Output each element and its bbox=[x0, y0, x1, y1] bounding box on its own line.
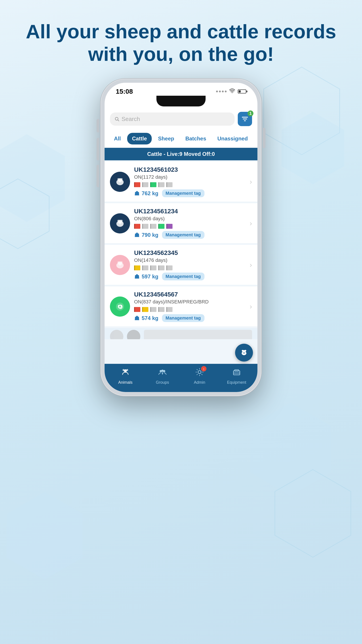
weight-info: 790 kg bbox=[134, 232, 158, 238]
notch bbox=[156, 96, 206, 106]
svg-rect-40 bbox=[235, 370, 239, 371]
svg-marker-3 bbox=[0, 179, 49, 249]
nav-animals[interactable]: Animals bbox=[112, 368, 139, 385]
svg-marker-0 bbox=[264, 67, 340, 155]
management-tag: Management tag bbox=[162, 272, 204, 280]
animal-bottom: 790 kg Management tag bbox=[134, 231, 243, 239]
flag-gray-2 bbox=[150, 224, 156, 229]
animal-flags bbox=[134, 307, 243, 312]
nav-equipment[interactable]: Equipment bbox=[223, 368, 250, 385]
flag-gray-3 bbox=[166, 182, 173, 187]
management-tag: Management tag bbox=[162, 190, 204, 197]
svg-point-20 bbox=[117, 262, 119, 264]
animal-id: UK1234561023 bbox=[134, 166, 243, 173]
animal-status: ON(1476 days) bbox=[134, 258, 243, 263]
app-content: Search 1 All Cattle Sheep bbox=[105, 108, 257, 392]
svg-point-31 bbox=[244, 353, 245, 354]
bottom-nav: Animals Groups bbox=[105, 364, 257, 392]
animal-flags bbox=[134, 266, 243, 270]
flag-red bbox=[134, 307, 140, 312]
chevron-right-icon: › bbox=[247, 261, 252, 269]
flag-gray bbox=[142, 266, 148, 270]
animal-card[interactable]: UK1234561023 ON(1172 days) bbox=[105, 162, 257, 202]
nav-groups-label: Groups bbox=[156, 380, 169, 385]
tabs-row: All Cattle Sheep Batches Unassigned bbox=[105, 130, 257, 148]
svg-point-33 bbox=[122, 369, 124, 371]
weight-info: 574 kg bbox=[134, 315, 158, 321]
tab-unassigned[interactable]: Unassigned bbox=[213, 133, 253, 144]
svg-line-9 bbox=[118, 120, 119, 121]
nav-admin[interactable]: ↕ Admin bbox=[186, 368, 213, 385]
filter-button[interactable]: 1 bbox=[238, 112, 252, 126]
nav-admin-label: Admin bbox=[194, 380, 205, 385]
animal-avatar bbox=[110, 213, 130, 234]
svg-point-12 bbox=[117, 178, 119, 180]
status-bar: 15:08 bbox=[105, 83, 257, 98]
flag-yellow bbox=[142, 307, 148, 312]
animal-bottom: 574 kg Management tag bbox=[134, 314, 243, 322]
svg-point-30 bbox=[243, 353, 244, 354]
animal-avatar bbox=[110, 255, 130, 275]
chevron-right-icon: › bbox=[247, 302, 252, 310]
flag-gray-2 bbox=[158, 307, 164, 312]
admin-badge: ↕ bbox=[201, 366, 206, 372]
animal-info: UK1234561234 ON(806 days) bbox=[134, 208, 243, 239]
partial-animal-row bbox=[105, 328, 257, 339]
subtitle-bar: Cattle - Live:9 Moved Off:0 bbox=[105, 148, 257, 160]
status-icons bbox=[216, 88, 246, 94]
weight-info: 762 kg bbox=[134, 190, 158, 196]
svg-point-28 bbox=[242, 350, 244, 352]
svg-point-17 bbox=[121, 220, 123, 222]
animal-flags bbox=[134, 224, 243, 229]
animal-id: UK1234561234 bbox=[134, 208, 243, 215]
search-icon bbox=[114, 116, 119, 122]
search-placeholder: Search bbox=[122, 116, 140, 122]
flag-gray-2 bbox=[158, 182, 164, 187]
tab-sheep[interactable]: Sheep bbox=[153, 133, 179, 144]
animal-card[interactable]: UK1234562345 ON(1476 days) bbox=[105, 245, 257, 285]
svg-point-13 bbox=[121, 178, 123, 180]
wifi-icon bbox=[229, 88, 235, 94]
tab-all[interactable]: All bbox=[109, 133, 126, 144]
tab-batches[interactable]: Batches bbox=[180, 133, 211, 144]
animal-flags bbox=[134, 182, 243, 187]
tab-cattle[interactable]: Cattle bbox=[127, 133, 152, 144]
flag-gray bbox=[150, 307, 156, 312]
svg-marker-6 bbox=[7, 492, 83, 580]
chevron-right-icon: › bbox=[247, 219, 252, 228]
fab-button[interactable] bbox=[235, 344, 253, 362]
animal-status: ON(837 days)/INSEM/PREG/BRD bbox=[134, 299, 243, 305]
management-tag: Management tag bbox=[162, 314, 204, 322]
svg-marker-4 bbox=[250, 402, 331, 496]
animal-card[interactable]: UK1234561234 ON(806 days) bbox=[105, 203, 257, 244]
flag-gray-3 bbox=[166, 307, 173, 312]
chevron-right-icon: › bbox=[247, 178, 252, 186]
nav-equipment-label: Equipment bbox=[227, 380, 246, 385]
status-time: 15:08 bbox=[116, 88, 133, 95]
animal-status: ON(1172 days) bbox=[134, 174, 243, 180]
flag-gray-2 bbox=[150, 266, 156, 270]
animal-list: UK1234561023 ON(1172 days) bbox=[105, 162, 257, 339]
groups-icon bbox=[158, 368, 167, 379]
animal-card[interactable]: UK1234564567 ON(837 days)/INSEM/PREG/BRD bbox=[105, 286, 257, 327]
phone-mockup: 15:08 bbox=[100, 79, 261, 396]
search-bar[interactable]: Search bbox=[110, 112, 235, 126]
nav-groups[interactable]: Groups bbox=[149, 368, 176, 385]
flag-yellow bbox=[134, 266, 140, 270]
mute-button bbox=[96, 119, 99, 132]
animal-id: UK1234562345 bbox=[134, 249, 243, 256]
flag-red bbox=[134, 182, 140, 187]
svg-point-21 bbox=[121, 262, 123, 264]
svg-marker-1 bbox=[282, 112, 344, 184]
volume-up-button bbox=[96, 138, 99, 160]
animal-avatar bbox=[110, 172, 130, 192]
search-row: Search 1 bbox=[105, 108, 257, 130]
svg-point-29 bbox=[245, 350, 246, 352]
signal-icon bbox=[216, 90, 227, 92]
volume-down-button bbox=[96, 165, 99, 187]
flag-green bbox=[158, 224, 164, 229]
animal-bottom: 762 kg Management tag bbox=[134, 190, 243, 197]
filter-badge: 1 bbox=[248, 110, 253, 116]
svg-point-16 bbox=[117, 220, 119, 222]
flag-green bbox=[150, 182, 156, 187]
